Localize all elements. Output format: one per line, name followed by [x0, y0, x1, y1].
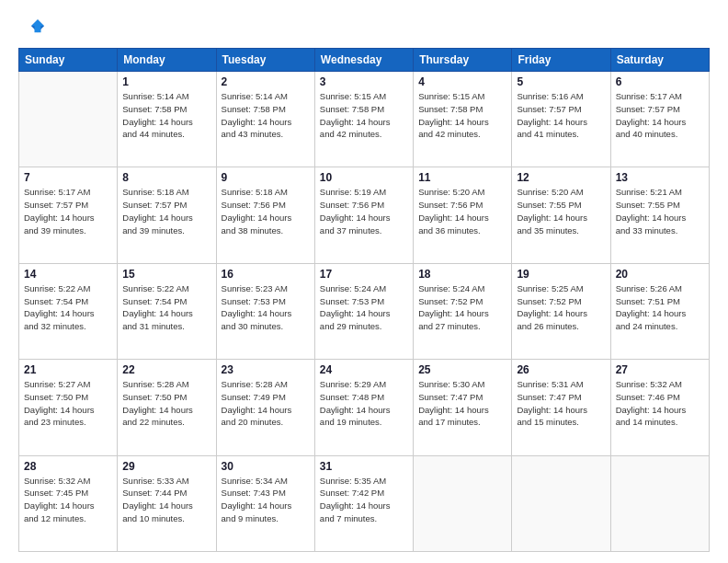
- day-number: 11: [418, 171, 506, 184]
- day-number: 24: [320, 363, 408, 376]
- calendar-cell: [414, 455, 512, 551]
- weekday-header-sunday: Sunday: [19, 49, 118, 72]
- day-number: 19: [517, 268, 605, 281]
- day-number: 30: [222, 460, 310, 473]
- page: SundayMondayTuesdayWednesdayThursdayFrid…: [0, 0, 728, 563]
- calendar-cell: 15Sunrise: 5:22 AMSunset: 7:54 PMDayligh…: [118, 263, 216, 359]
- calendar-cell: [512, 455, 610, 551]
- calendar-cell: 6Sunrise: 5:17 AMSunset: 7:57 PMDaylight…: [610, 72, 709, 167]
- day-info: Sunrise: 5:19 AMSunset: 7:56 PMDaylight:…: [320, 186, 408, 236]
- day-info: Sunrise: 5:18 AMSunset: 7:57 PMDaylight:…: [122, 186, 210, 236]
- day-info: Sunrise: 5:20 AMSunset: 7:56 PMDaylight:…: [418, 186, 506, 236]
- weekday-header-wednesday: Wednesday: [314, 49, 413, 72]
- day-number: 15: [122, 268, 210, 281]
- calendar-cell: 8Sunrise: 5:18 AMSunset: 7:57 PMDaylight…: [118, 167, 216, 263]
- weekday-header-tuesday: Tuesday: [216, 49, 314, 72]
- day-number: 23: [222, 363, 310, 376]
- calendar-cell: 17Sunrise: 5:24 AMSunset: 7:53 PMDayligh…: [314, 263, 413, 359]
- calendar-cell: 4Sunrise: 5:15 AMSunset: 7:58 PMDaylight…: [414, 72, 512, 167]
- calendar-cell: 29Sunrise: 5:33 AMSunset: 7:44 PMDayligh…: [118, 455, 216, 551]
- calendar-cell: 10Sunrise: 5:19 AMSunset: 7:56 PMDayligh…: [314, 167, 413, 263]
- weekday-header-row: SundayMondayTuesdayWednesdayThursdayFrid…: [19, 49, 710, 72]
- day-info: Sunrise: 5:21 AMSunset: 7:55 PMDaylight:…: [616, 186, 704, 236]
- day-info: Sunrise: 5:16 AMSunset: 7:57 PMDaylight:…: [517, 90, 605, 141]
- calendar-cell: 1Sunrise: 5:14 AMSunset: 7:58 PMDaylight…: [118, 72, 216, 167]
- calendar-cell: 27Sunrise: 5:32 AMSunset: 7:46 PMDayligh…: [610, 360, 709, 455]
- calendar-cell: 26Sunrise: 5:31 AMSunset: 7:47 PMDayligh…: [512, 360, 610, 455]
- day-number: 8: [122, 171, 210, 184]
- weekday-header-friday: Friday: [512, 49, 610, 72]
- day-number: 10: [320, 171, 408, 184]
- day-info: Sunrise: 5:29 AMSunset: 7:48 PMDaylight:…: [320, 378, 408, 429]
- calendar-cell: 18Sunrise: 5:24 AMSunset: 7:52 PMDayligh…: [414, 263, 512, 359]
- day-number: 21: [24, 363, 112, 376]
- day-info: Sunrise: 5:17 AMSunset: 7:57 PMDaylight:…: [616, 90, 704, 141]
- day-info: Sunrise: 5:18 AMSunset: 7:56 PMDaylight:…: [222, 186, 310, 236]
- calendar-cell: 5Sunrise: 5:16 AMSunset: 7:57 PMDaylight…: [512, 72, 610, 167]
- day-number: 13: [616, 171, 704, 184]
- day-info: Sunrise: 5:32 AMSunset: 7:45 PMDaylight:…: [24, 475, 112, 525]
- day-number: 27: [616, 363, 704, 376]
- day-number: 25: [418, 363, 506, 376]
- day-info: Sunrise: 5:24 AMSunset: 7:52 PMDaylight:…: [418, 282, 506, 333]
- day-info: Sunrise: 5:28 AMSunset: 7:50 PMDaylight:…: [122, 378, 210, 429]
- day-info: Sunrise: 5:24 AMSunset: 7:53 PMDaylight:…: [320, 282, 408, 333]
- day-info: Sunrise: 5:25 AMSunset: 7:52 PMDaylight:…: [517, 282, 605, 333]
- day-number: 7: [24, 171, 112, 184]
- day-info: Sunrise: 5:27 AMSunset: 7:50 PMDaylight:…: [24, 378, 112, 429]
- day-info: Sunrise: 5:26 AMSunset: 7:51 PMDaylight:…: [616, 282, 704, 333]
- calendar-cell: 13Sunrise: 5:21 AMSunset: 7:55 PMDayligh…: [610, 167, 709, 263]
- day-number: 22: [122, 363, 210, 376]
- calendar-cell: 23Sunrise: 5:28 AMSunset: 7:49 PMDayligh…: [216, 360, 314, 455]
- day-number: 2: [222, 75, 310, 88]
- calendar-cell: 22Sunrise: 5:28 AMSunset: 7:50 PMDayligh…: [118, 360, 216, 455]
- svg-rect-3: [18, 18, 35, 38]
- logo: [18, 15, 48, 40]
- weekday-header-thursday: Thursday: [414, 49, 512, 72]
- header: [18, 15, 710, 40]
- day-number: 9: [222, 171, 310, 184]
- day-number: 6: [616, 75, 704, 88]
- weekday-header-monday: Monday: [118, 49, 216, 72]
- calendar-cell: 12Sunrise: 5:20 AMSunset: 7:55 PMDayligh…: [512, 167, 610, 263]
- day-number: 29: [122, 460, 210, 473]
- calendar-cell: 14Sunrise: 5:22 AMSunset: 7:54 PMDayligh…: [19, 263, 118, 359]
- day-number: 16: [222, 268, 310, 281]
- day-info: Sunrise: 5:33 AMSunset: 7:44 PMDaylight:…: [122, 475, 210, 525]
- day-number: 14: [24, 268, 112, 281]
- day-info: Sunrise: 5:14 AMSunset: 7:58 PMDaylight:…: [122, 90, 210, 141]
- calendar-week-row: 14Sunrise: 5:22 AMSunset: 7:54 PMDayligh…: [19, 263, 710, 359]
- day-number: 18: [418, 268, 506, 281]
- calendar-week-row: 1Sunrise: 5:14 AMSunset: 7:58 PMDaylight…: [19, 72, 710, 167]
- day-info: Sunrise: 5:34 AMSunset: 7:43 PMDaylight:…: [222, 475, 310, 525]
- generalblue-logo-icon: [18, 15, 44, 40]
- calendar-cell: 2Sunrise: 5:14 AMSunset: 7:58 PMDaylight…: [216, 72, 314, 167]
- day-info: Sunrise: 5:14 AMSunset: 7:58 PMDaylight:…: [222, 90, 310, 141]
- day-number: 4: [418, 75, 506, 88]
- calendar-cell: 24Sunrise: 5:29 AMSunset: 7:48 PMDayligh…: [314, 360, 413, 455]
- calendar-cell: 16Sunrise: 5:23 AMSunset: 7:53 PMDayligh…: [216, 263, 314, 359]
- calendar-cell: 11Sunrise: 5:20 AMSunset: 7:56 PMDayligh…: [414, 167, 512, 263]
- day-info: Sunrise: 5:22 AMSunset: 7:54 PMDaylight:…: [122, 282, 210, 333]
- calendar-cell: [19, 72, 118, 167]
- day-info: Sunrise: 5:32 AMSunset: 7:46 PMDaylight:…: [616, 378, 704, 429]
- weekday-header-saturday: Saturday: [610, 49, 709, 72]
- calendar-cell: 3Sunrise: 5:15 AMSunset: 7:58 PMDaylight…: [314, 72, 413, 167]
- calendar-week-row: 7Sunrise: 5:17 AMSunset: 7:57 PMDaylight…: [19, 167, 710, 263]
- calendar-cell: 30Sunrise: 5:34 AMSunset: 7:43 PMDayligh…: [216, 455, 314, 551]
- day-info: Sunrise: 5:15 AMSunset: 7:58 PMDaylight:…: [320, 90, 408, 141]
- calendar-cell: 31Sunrise: 5:35 AMSunset: 7:42 PMDayligh…: [314, 455, 413, 551]
- day-info: Sunrise: 5:35 AMSunset: 7:42 PMDaylight:…: [320, 475, 408, 525]
- calendar-cell: 21Sunrise: 5:27 AMSunset: 7:50 PMDayligh…: [19, 360, 118, 455]
- day-number: 26: [517, 363, 605, 376]
- svg-marker-2: [31, 19, 44, 32]
- day-number: 5: [517, 75, 605, 88]
- calendar-week-row: 28Sunrise: 5:32 AMSunset: 7:45 PMDayligh…: [19, 455, 710, 551]
- day-number: 28: [24, 460, 112, 473]
- day-info: Sunrise: 5:30 AMSunset: 7:47 PMDaylight:…: [418, 378, 506, 429]
- day-number: 1: [122, 75, 210, 88]
- day-number: 17: [320, 268, 408, 281]
- day-info: Sunrise: 5:15 AMSunset: 7:58 PMDaylight:…: [418, 90, 506, 141]
- calendar-cell: 28Sunrise: 5:32 AMSunset: 7:45 PMDayligh…: [19, 455, 118, 551]
- calendar-cell: 19Sunrise: 5:25 AMSunset: 7:52 PMDayligh…: [512, 263, 610, 359]
